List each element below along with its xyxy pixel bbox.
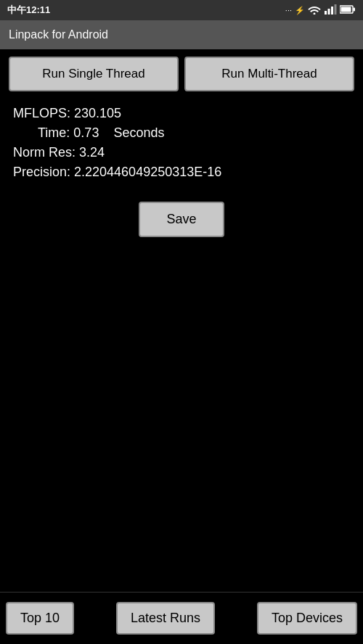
signal-bar-icon (324, 4, 337, 16)
precision-line: Precision: 2.220446049250313E-16 (9, 165, 354, 180)
time-value: 0.73 (73, 125, 99, 140)
top10-button[interactable]: Top 10 (6, 602, 74, 635)
svg-rect-6 (341, 7, 351, 12)
status-icons: ··· ⚡ (285, 4, 356, 16)
bottom-bar: Top 10 Latest Runs Top Devices (0, 592, 363, 644)
top-devices-button[interactable]: Top Devices (257, 602, 357, 635)
run-buttons-row: Run Single Thread Run Multi-Thread (9, 57, 354, 91)
save-container: Save (9, 202, 354, 237)
precision-value: 2.220446049250313E-16 (74, 165, 221, 179)
status-bar: 中午12:11 ··· ⚡ (0, 0, 363, 20)
precision-label: Precision: (13, 165, 70, 179)
svg-rect-5 (354, 8, 356, 12)
run-single-thread-button[interactable]: Run Single Thread (9, 57, 179, 91)
signal-dots-icon: ··· (285, 6, 292, 15)
svg-rect-0 (325, 11, 327, 15)
status-time: 中午12:11 (7, 4, 50, 17)
run-multi-thread-button[interactable]: Run Multi-Thread (184, 57, 354, 91)
lightning-icon: ⚡ (295, 6, 305, 15)
title-bar: Linpack for Android (0, 20, 363, 49)
mflops-line: MFLOPS: 230.105 (9, 106, 354, 121)
save-button[interactable]: Save (139, 202, 224, 237)
mflops-value: 230.105 (74, 106, 121, 120)
mflops-label: MFLOPS: (13, 106, 70, 120)
app-title: Linpack for Android (9, 28, 108, 41)
latest-runs-button[interactable]: Latest Runs (116, 602, 215, 635)
results-area: MFLOPS: 230.105 Time: 0.73 Seconds Norm … (9, 103, 354, 187)
wifi-icon (308, 4, 321, 16)
svg-rect-1 (328, 9, 330, 15)
normres-value: 3.24 (79, 145, 105, 160)
battery-icon (340, 5, 356, 15)
svg-rect-2 (331, 7, 333, 15)
time-label: Time: (38, 125, 70, 140)
time-unit: Seconds (113, 125, 164, 140)
normres-label: Norm Res: (13, 145, 76, 160)
svg-rect-3 (335, 4, 337, 15)
main-content: Run Single Thread Run Multi-Thread MFLOP… (0, 49, 363, 592)
time-line: Time: 0.73 Seconds (9, 125, 354, 141)
normres-line: Norm Res: 3.24 (9, 145, 354, 160)
